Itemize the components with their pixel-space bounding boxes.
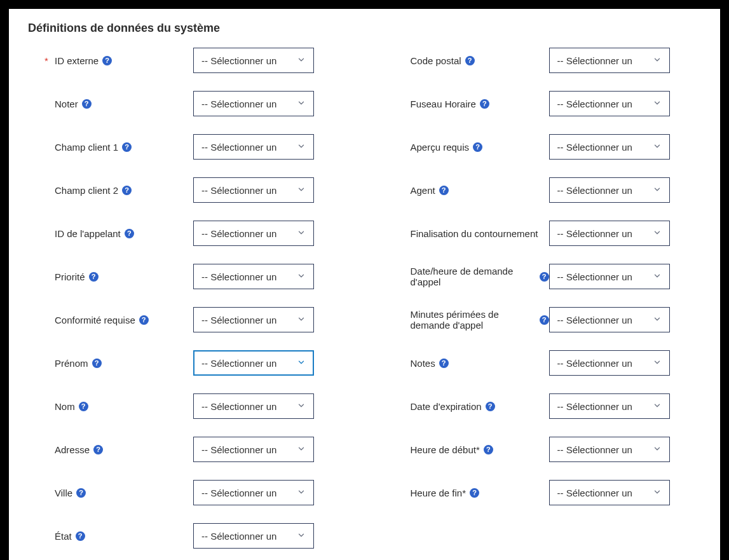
help-icon[interactable]: ? <box>93 445 103 454</box>
select-placeholder: -- Sélectionner un <box>557 185 632 196</box>
field-label-cell: Date/heure de demande d'appel? <box>384 266 549 287</box>
form-row: Ville?-- Sélectionner un <box>28 480 346 505</box>
select-placeholder: -- Sélectionner un <box>557 401 632 412</box>
field-select[interactable]: -- Sélectionner un <box>549 91 670 116</box>
form-row: Adresse?-- Sélectionner un <box>28 437 346 462</box>
field-label: Agent <box>411 185 435 196</box>
help-icon[interactable]: ? <box>540 272 549 282</box>
help-icon[interactable]: ? <box>82 99 92 109</box>
chevron-down-icon <box>653 401 662 412</box>
form-row: Nom?-- Sélectionner un <box>28 393 346 419</box>
field-label: Code postal <box>411 55 461 66</box>
chevron-down-icon <box>653 55 662 66</box>
field-select[interactable]: -- Sélectionner un <box>193 350 314 376</box>
field-select[interactable]: -- Sélectionner un <box>549 177 670 203</box>
field-select[interactable]: -- Sélectionner un <box>549 307 670 332</box>
form-row: Finalisation du contournement-- Sélectio… <box>384 221 702 246</box>
chevron-down-icon <box>297 444 306 455</box>
field-select[interactable]: -- Sélectionner un <box>193 221 314 246</box>
form-row: Agent?-- Sélectionner un <box>384 177 702 203</box>
form-row: Date d'expiration?-- Sélectionner un <box>384 393 702 419</box>
field-label: Notes <box>411 358 435 369</box>
form-row: Heure de fin*?-- Sélectionner un <box>384 480 702 505</box>
help-icon[interactable]: ? <box>76 531 85 541</box>
form-row: Prénom?-- Sélectionner un <box>28 350 346 376</box>
chevron-down-icon <box>297 55 306 66</box>
field-select[interactable]: -- Sélectionner un <box>193 91 314 116</box>
field-select[interactable]: -- Sélectionner un <box>193 393 314 419</box>
field-label-cell: Heure de fin*? <box>384 488 549 498</box>
help-icon[interactable]: ? <box>439 186 449 195</box>
form-grid: *ID externe?-- Sélectionner unNoter?-- S… <box>28 48 701 549</box>
select-placeholder: -- Sélectionner un <box>201 228 276 239</box>
help-icon[interactable]: ? <box>102 56 112 65</box>
select-placeholder: -- Sélectionner un <box>201 185 276 196</box>
select-placeholder: -- Sélectionner un <box>201 142 276 153</box>
field-select[interactable]: -- Sélectionner un <box>193 437 314 462</box>
field-select[interactable]: -- Sélectionner un <box>549 134 670 160</box>
field-select[interactable]: -- Sélectionner un <box>193 480 314 505</box>
field-select[interactable]: -- Sélectionner un <box>193 523 314 549</box>
field-select[interactable]: -- Sélectionner un <box>549 221 670 246</box>
help-icon[interactable]: ? <box>473 142 482 152</box>
field-label-cell: Code postal? <box>384 55 549 66</box>
form-row: Aperçu requis?-- Sélectionner un <box>384 134 702 160</box>
field-label: Nom <box>55 401 75 412</box>
help-icon[interactable]: ? <box>79 402 88 411</box>
select-placeholder: -- Sélectionner un <box>557 142 632 153</box>
chevron-down-icon <box>653 271 662 282</box>
help-icon[interactable]: ? <box>125 229 134 238</box>
field-label-cell: État? <box>28 531 193 542</box>
select-placeholder: -- Sélectionner un <box>201 488 276 498</box>
field-label: Finalisation du contournement <box>411 228 538 239</box>
help-icon[interactable]: ? <box>484 445 493 454</box>
field-select[interactable]: -- Sélectionner un <box>193 307 314 332</box>
field-label: Adresse <box>55 444 90 455</box>
help-icon[interactable]: ? <box>486 402 495 411</box>
form-row: Date/heure de demande d'appel?-- Sélecti… <box>384 264 702 289</box>
field-label-cell: Date d'expiration? <box>384 401 549 412</box>
field-select[interactable]: -- Sélectionner un <box>549 480 670 505</box>
chevron-down-icon <box>297 271 306 282</box>
chevron-down-icon <box>297 488 306 498</box>
help-icon[interactable]: ? <box>122 186 132 195</box>
help-icon[interactable]: ? <box>540 315 549 325</box>
field-label: État <box>55 531 72 542</box>
help-icon[interactable]: ? <box>139 315 149 325</box>
chevron-down-icon <box>653 185 662 196</box>
help-icon[interactable]: ? <box>480 99 489 109</box>
field-label-cell: Ville? <box>28 488 193 498</box>
field-select[interactable]: -- Sélectionner un <box>193 134 314 160</box>
field-label: Noter <box>55 99 78 109</box>
field-label-cell: Noter? <box>28 99 193 109</box>
help-icon[interactable]: ? <box>470 488 479 498</box>
field-select[interactable]: -- Sélectionner un <box>549 393 670 419</box>
field-select[interactable]: -- Sélectionner un <box>193 48 314 73</box>
chevron-down-icon <box>297 401 306 412</box>
form-row: Conformité requise?-- Sélectionner un <box>28 307 346 332</box>
help-icon[interactable]: ? <box>89 272 99 282</box>
select-placeholder: -- Sélectionner un <box>201 55 276 66</box>
field-select[interactable]: -- Sélectionner un <box>549 48 670 73</box>
field-label-cell: Priorité? <box>28 271 193 282</box>
help-icon[interactable]: ? <box>439 359 449 368</box>
field-label-cell: Finalisation du contournement <box>384 228 549 239</box>
field-label: Minutes périmées de demande d'appel <box>411 309 536 331</box>
chevron-down-icon <box>653 358 662 369</box>
chevron-down-icon <box>297 531 306 542</box>
required-mark: * <box>44 55 48 66</box>
help-icon[interactable]: ? <box>122 142 132 152</box>
help-icon[interactable]: ? <box>92 359 102 368</box>
field-select[interactable]: -- Sélectionner un <box>193 177 314 203</box>
form-column-right: Code postal?-- Sélectionner unFuseau Hor… <box>384 48 702 549</box>
field-select[interactable]: -- Sélectionner un <box>549 437 670 462</box>
field-label-cell: ID de l'appelant? <box>28 228 193 239</box>
chevron-down-icon <box>653 228 662 239</box>
field-select[interactable]: -- Sélectionner un <box>549 350 670 376</box>
select-placeholder: -- Sélectionner un <box>201 531 276 542</box>
field-label: Date d'expiration <box>411 401 482 412</box>
field-select[interactable]: -- Sélectionner un <box>193 264 314 289</box>
field-select[interactable]: -- Sélectionner un <box>549 264 670 289</box>
help-icon[interactable]: ? <box>465 56 475 65</box>
help-icon[interactable]: ? <box>76 488 86 498</box>
